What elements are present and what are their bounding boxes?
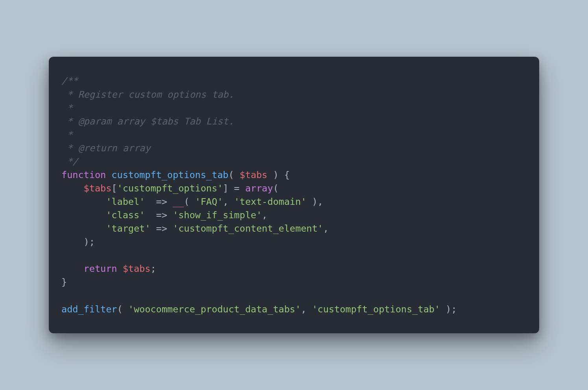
- punct: ,: [223, 196, 234, 207]
- close-brace: }: [61, 277, 67, 288]
- string-target-key: 'target': [106, 223, 150, 234]
- space: [167, 210, 173, 221]
- string-textdomain: 'text-domain': [234, 196, 307, 207]
- arrow-operator: =>: [156, 210, 167, 221]
- arrow-operator: =>: [156, 223, 167, 234]
- string-hook: 'woocommerce_product_data_tabs': [128, 304, 301, 315]
- variable-tabs: $tabs: [84, 183, 112, 194]
- indent: [61, 196, 106, 207]
- keyword-return: return: [84, 263, 117, 274]
- function-underscore: __: [173, 196, 184, 207]
- punct: (: [184, 196, 195, 207]
- string-content-element: 'custompft_content_element': [173, 223, 323, 234]
- string-label-key: 'label': [106, 196, 145, 207]
- punct: [: [111, 183, 117, 194]
- punct: ) {: [268, 169, 290, 180]
- comment-line: /**: [61, 75, 78, 86]
- code-snippet-card: /** * Register custom options tab. * * @…: [49, 57, 539, 333]
- punct: (: [273, 183, 279, 194]
- indent: [61, 223, 106, 234]
- keyword-array: array: [245, 183, 273, 194]
- indent: [61, 183, 84, 194]
- punct: ] =: [223, 183, 245, 194]
- comment-line: *: [61, 102, 72, 113]
- punct: ,: [262, 210, 267, 221]
- code-block: /** * Register custom options tab. * * @…: [61, 74, 527, 316]
- punct: ,: [323, 223, 329, 234]
- comment-line: */: [61, 156, 78, 167]
- variable-tabs: $tabs: [123, 263, 151, 274]
- pad: [150, 223, 156, 234]
- comment-line: * Register custom options tab.: [61, 89, 234, 100]
- string-showif: 'show_if_simple': [173, 210, 262, 221]
- space: [117, 263, 122, 274]
- indent: [61, 263, 84, 274]
- punct: (: [117, 304, 128, 315]
- indent: [61, 210, 106, 221]
- string-key: 'custompft_options': [117, 183, 223, 194]
- string-class-key: 'class': [106, 210, 145, 221]
- string-callback: 'custompft_options_tab': [312, 304, 440, 315]
- comment-line: * @param array $tabs Tab List.: [61, 116, 234, 127]
- punct: ;: [150, 263, 156, 274]
- string-faq: 'FAQ': [195, 196, 223, 207]
- pad: [145, 210, 156, 221]
- comment-line: *: [61, 129, 72, 140]
- space: [167, 223, 173, 234]
- punct: ,: [301, 304, 312, 315]
- keyword-function: function: [61, 169, 106, 180]
- variable-tabs: $tabs: [240, 169, 268, 180]
- space: [167, 196, 173, 207]
- punct: ),: [307, 196, 323, 207]
- function-name: custompft_options_tab: [111, 169, 228, 180]
- punct: (: [228, 169, 239, 180]
- function-addfilter: add_filter: [61, 304, 117, 315]
- pad: [145, 196, 156, 207]
- arrow-operator: =>: [156, 196, 167, 207]
- punct: );: [440, 304, 457, 315]
- close-array: );: [61, 236, 95, 247]
- comment-line: * @return array: [61, 143, 150, 154]
